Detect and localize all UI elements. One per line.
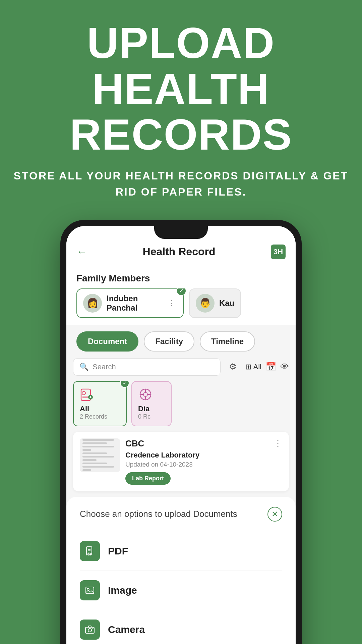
family-name-1: Induben Panchal	[107, 294, 161, 313]
upload-option-pdf[interactable]: PDF PDF	[80, 532, 282, 571]
upload-option-camera[interactable]: Camera	[80, 610, 282, 644]
tabs-row: Document Facility Timeline	[66, 325, 296, 358]
bottom-sheet-title: Choose an options to upload Documents	[80, 509, 237, 519]
record-info: CBC Credence Laboratory Updated on 04-10…	[125, 438, 268, 485]
tab-timeline[interactable]: Timeline	[200, 331, 255, 352]
chips-row: All 2 Records ✓	[66, 381, 296, 432]
phone-frame: ← Health Record 3H Family Members 👩 Indu…	[60, 220, 302, 644]
chip-dia-icon	[138, 387, 153, 402]
record-title: CBC	[125, 438, 268, 449]
svg-text:PDF: PDF	[86, 553, 92, 556]
record-lab: Credence Laboratory	[125, 451, 268, 460]
family-members-label: Family Members	[66, 266, 296, 288]
upload-option-image[interactable]: Image	[80, 571, 282, 610]
chip-dia[interactable]: Dia 0 Rc	[131, 381, 172, 426]
back-button[interactable]: ←	[76, 246, 87, 258]
close-button[interactable]: ✕	[267, 507, 282, 522]
chip-all-check: ✓	[120, 381, 129, 388]
svg-point-1	[82, 391, 85, 395]
grid-icon: ⊞	[245, 363, 251, 371]
hero-subtitle: Store all your health records digitally …	[13, 168, 349, 200]
search-placeholder: Search	[93, 363, 116, 371]
chip-all-count: 2 Records	[80, 413, 107, 420]
search-icon: 🔍	[79, 363, 88, 371]
header-avatar-icon: 3H	[271, 245, 286, 259]
image-label: Image	[108, 585, 137, 596]
svg-rect-18	[86, 587, 94, 594]
camera-label: Camera	[108, 624, 145, 635]
avatar-1: 👩	[83, 294, 102, 313]
search-box[interactable]: 🔍 Search	[73, 358, 221, 376]
pdf-label: PDF	[108, 545, 128, 557]
phone-screen: ← Health Record 3H Family Members 👩 Indu…	[66, 226, 296, 644]
avatar-2: 👨	[196, 294, 215, 313]
family-more-icon-1[interactable]: ⋮	[166, 299, 177, 308]
hero-title: Upload Health Records	[13, 20, 349, 158]
svg-point-21	[88, 629, 92, 632]
eye-icon[interactable]: 👁	[280, 362, 289, 372]
calendar-icon[interactable]: 📅	[265, 362, 276, 372]
app-content: ← Health Record 3H Family Members 👩 Indu…	[66, 226, 296, 644]
image-icon	[80, 580, 100, 600]
doc-preview	[80, 438, 120, 472]
family-card-1[interactable]: 👩 Induben Panchal ⋮ ✓	[76, 288, 184, 318]
page-title: Health Record	[143, 246, 216, 258]
selected-check-1: ✓	[176, 288, 186, 296]
record-more-icon[interactable]: ⋮	[274, 438, 282, 449]
svg-point-8	[143, 392, 147, 396]
record-date: Updated on 04-10-2023	[125, 461, 268, 468]
search-row: 🔍 Search ⚙ ⊞ All 📅 👁	[66, 358, 296, 381]
chip-all-icon	[80, 387, 95, 402]
record-card: CBC Credence Laboratory Updated on 04-10…	[73, 432, 289, 491]
chip-all-label: All	[80, 405, 89, 413]
bottom-sheet: Choose an options to upload Documents ✕ …	[66, 497, 296, 644]
svg-point-22	[93, 628, 94, 629]
pdf-icon: PDF	[80, 541, 100, 561]
all-label: All	[253, 363, 261, 371]
tab-facility[interactable]: Facility	[144, 331, 194, 352]
family-members-row: 👩 Induben Panchal ⋮ ✓ 👨 Kau	[66, 288, 296, 325]
record-thumbnail	[80, 438, 120, 472]
record-badge: Lab Report	[125, 472, 171, 485]
family-name-2: Kau	[219, 299, 234, 308]
chip-dia-count: 0 Rc	[138, 413, 150, 420]
tab-document[interactable]: Document	[76, 331, 138, 352]
filter-icon[interactable]: ⚙	[225, 359, 241, 375]
camera-icon	[80, 620, 100, 640]
chip-all[interactable]: All 2 Records ✓	[73, 381, 127, 426]
phone-notch	[154, 226, 208, 239]
bottom-sheet-header: Choose an options to upload Documents ✕	[80, 507, 282, 522]
chip-dia-label: Dia	[138, 405, 149, 413]
family-card-2[interactable]: 👨 Kau	[189, 288, 241, 318]
grid-all-icon[interactable]: ⊞ All	[245, 363, 261, 371]
